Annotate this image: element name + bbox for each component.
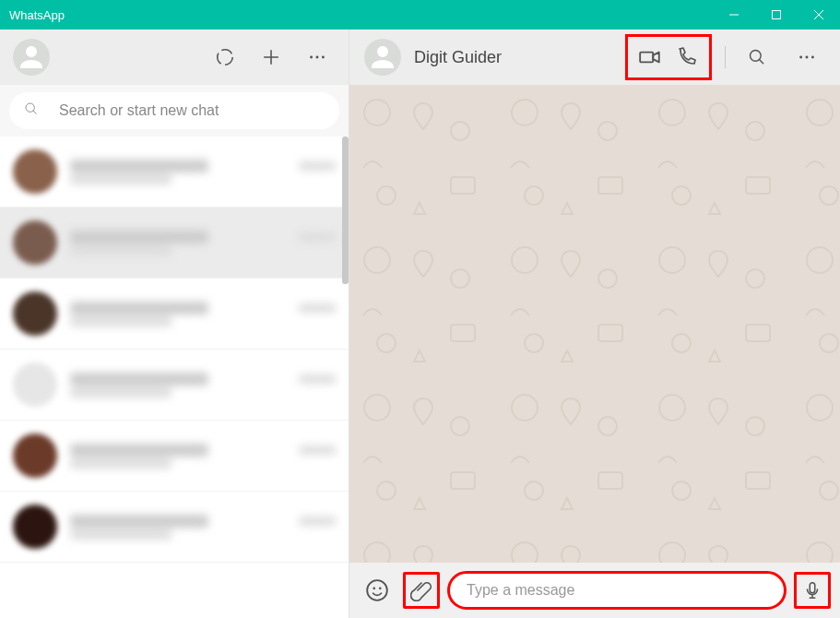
svg-point-16	[373, 588, 375, 590]
annotation-call-buttons	[625, 34, 712, 80]
svg-point-15	[367, 580, 387, 600]
window-title: WhatsApp	[9, 8, 65, 22]
voice-call-icon[interactable]	[668, 39, 705, 76]
search-input[interactable]	[57, 101, 325, 120]
window-titlebar: WhatsApp	[0, 0, 840, 30]
header-divider	[725, 46, 726, 68]
window-controls	[713, 0, 840, 30]
chat-list-item[interactable]	[0, 279, 349, 350]
chat-list-item[interactable]	[0, 492, 349, 563]
svg-point-2	[310, 56, 313, 59]
message-input[interactable]	[465, 581, 769, 600]
minimize-button[interactable]	[713, 0, 755, 30]
svg-rect-0	[773, 11, 781, 19]
conversation-header: Digit Guider	[349, 30, 840, 85]
chat-list[interactable]	[0, 137, 349, 618]
svg-point-17	[379, 588, 382, 590]
svg-point-4	[322, 56, 325, 59]
svg-point-8	[799, 56, 802, 59]
message-input-container[interactable]	[447, 571, 787, 610]
chat-list-item[interactable]	[0, 421, 349, 492]
svg-rect-14	[349, 85, 840, 563]
video-call-icon[interactable]	[632, 39, 668, 76]
my-avatar[interactable]	[13, 39, 50, 76]
contact-name[interactable]: Digit Guider	[414, 48, 502, 67]
chat-avatar	[13, 434, 57, 478]
status-icon[interactable]	[207, 39, 243, 76]
chat-avatar	[13, 149, 57, 194]
svg-point-10	[811, 56, 814, 59]
new-chat-icon[interactable]	[253, 39, 290, 76]
conversation-body[interactable]	[349, 85, 840, 563]
chat-list-item[interactable]	[0, 350, 349, 421]
message-composer	[349, 563, 840, 618]
chat-menu-icon[interactable]	[788, 39, 825, 76]
menu-icon[interactable]	[299, 39, 336, 76]
search-box[interactable]	[9, 92, 339, 129]
scrollbar[interactable]	[342, 137, 349, 284]
svg-rect-6	[640, 53, 653, 63]
emoji-icon[interactable]	[359, 572, 396, 609]
search-icon	[24, 101, 39, 120]
voice-message-icon[interactable]	[794, 572, 831, 609]
chat-avatar	[13, 220, 57, 265]
close-button[interactable]	[798, 0, 840, 30]
chat-avatar	[13, 291, 57, 336]
svg-point-1	[218, 50, 233, 65]
svg-point-3	[316, 56, 319, 59]
conversation-pane: Digit Guider	[349, 30, 840, 618]
chat-list-item[interactable]	[0, 137, 349, 208]
svg-rect-18	[810, 583, 815, 593]
svg-point-9	[806, 56, 809, 59]
attach-icon[interactable]	[403, 572, 440, 609]
chat-avatar	[13, 505, 57, 549]
sidebar-header	[0, 30, 349, 85]
contact-avatar[interactable]	[364, 39, 401, 76]
sidebar	[0, 30, 349, 618]
search-in-chat-icon[interactable]	[739, 39, 775, 76]
maximize-button[interactable]	[755, 0, 798, 30]
chat-avatar	[13, 362, 57, 407]
search-container	[0, 85, 349, 137]
chat-list-item[interactable]	[0, 208, 349, 279]
